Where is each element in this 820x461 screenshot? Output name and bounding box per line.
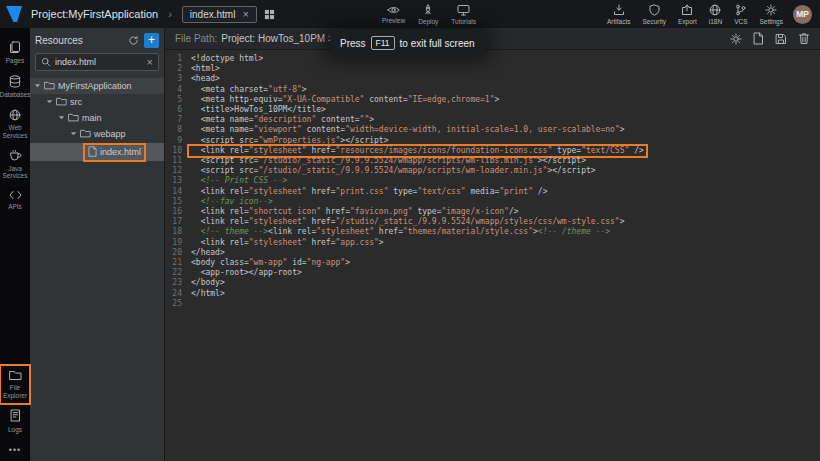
- code-line[interactable]: 14 <link rel="stylesheet" href="print.cs…: [165, 187, 820, 197]
- line-number: 5: [165, 95, 189, 105]
- code-line[interactable]: 23</body>: [165, 278, 820, 288]
- tree-item-index-html[interactable]: index.html: [30, 143, 164, 161]
- folder-icon: [9, 370, 22, 382]
- line-content[interactable]: <link rel="stylesheet" href="app.css">: [189, 238, 386, 248]
- tree-item-main-folder[interactable]: main: [30, 110, 164, 126]
- wavemaker-logo-icon[interactable]: [5, 4, 23, 24]
- code-line[interactable]: 10 <link rel="stylesheet" href="resource…: [165, 146, 820, 156]
- line-content[interactable]: </head>: [189, 248, 227, 258]
- line-content[interactable]: <body class="wm-app" id="ng-app">: [189, 258, 352, 268]
- sidebar-item-logs[interactable]: Logs: [0, 404, 30, 438]
- code-line[interactable]: 3<head>: [165, 74, 820, 84]
- sidebar-item-pages[interactable]: Pages: [0, 36, 30, 70]
- code-line[interactable]: 21<body class="wm-app" id="ng-app">: [165, 258, 820, 268]
- line-content[interactable]: <head>: [189, 74, 222, 84]
- chevron-down-icon[interactable]: [46, 97, 53, 107]
- line-content[interactable]: <link rel="shortcut icon" href="favicon.…: [189, 207, 521, 217]
- tree-item-project-folder[interactable]: MyFirstApplication: [30, 78, 164, 94]
- more-options-icon[interactable]: •••: [9, 438, 21, 457]
- line-content[interactable]: <!-- Print CSS -->: [189, 176, 289, 186]
- tree-item-label: index.html: [100, 147, 141, 157]
- rocket-icon: [422, 4, 434, 17]
- line-content[interactable]: </body>: [189, 278, 227, 288]
- code-line[interactable]: 16 <link rel="shortcut icon" href="favic…: [165, 207, 820, 217]
- line-content[interactable]: <!doctype html>: [189, 54, 265, 64]
- sidebar-item-web-services[interactable]: Web Services: [0, 104, 30, 144]
- line-content[interactable]: <!-- theme --><link rel="stylesheet" hre…: [189, 227, 612, 237]
- chevron-down-icon[interactable]: [70, 129, 77, 139]
- line-content[interactable]: <link rel="stylesheet" href="print.css" …: [189, 187, 549, 197]
- tree-item-src-folder[interactable]: src: [30, 94, 164, 110]
- code-line[interactable]: 4 <meta charset="utf-8">: [165, 85, 820, 95]
- chevron-down-icon[interactable]: [58, 113, 65, 123]
- code-line[interactable]: 2<html>: [165, 64, 820, 74]
- code-line[interactable]: 1<!doctype html>: [165, 54, 820, 64]
- code-line[interactable]: 19 <link rel="stylesheet" href="app.css"…: [165, 238, 820, 248]
- line-content[interactable]: </html>: [189, 289, 227, 299]
- line-content[interactable]: <meta charset="utf-8">: [189, 85, 309, 95]
- code-line[interactable]: 7 <meta name="description" content="">: [165, 115, 820, 125]
- globe-icon: [9, 109, 21, 122]
- file-tab[interactable]: index.html ×: [182, 6, 257, 23]
- code-line[interactable]: 18 <!-- theme --><link rel="stylesheet" …: [165, 227, 820, 237]
- vcs-button[interactable]: VCS: [732, 4, 749, 25]
- code-line[interactable]: 22 <app-root></app-root>: [165, 268, 820, 278]
- code-line[interactable]: 20</head>: [165, 248, 820, 258]
- sidebar-label: Databases: [0, 91, 31, 98]
- chevron-down-icon[interactable]: [34, 81, 41, 91]
- code-line[interactable]: 5 <meta http-equiv="X-UA-Compatible" con…: [165, 95, 820, 105]
- code-line[interactable]: 13 <!-- Print CSS -->: [165, 176, 820, 186]
- line-content[interactable]: <title>HowTos_10PM</title>: [189, 105, 328, 115]
- resource-search-input[interactable]: [55, 57, 143, 67]
- code-line[interactable]: 9 <script src="wmProperties.js"></script…: [165, 136, 820, 146]
- sidebar-item-java-services[interactable]: Java Services: [0, 144, 30, 184]
- editor-toolbar: File Path: Project: HowTos_10PM > src/ma…: [165, 28, 820, 50]
- code-line[interactable]: 15 <!--fav icon-->: [165, 197, 820, 207]
- line-content[interactable]: [189, 299, 193, 309]
- line-content[interactable]: <app-root></app-root>: [189, 268, 304, 278]
- code-editor[interactable]: 1<!doctype html>2<html>3<head>4 <meta ch…: [165, 50, 820, 461]
- artifacts-button[interactable]: Artifacts: [605, 4, 632, 25]
- line-content[interactable]: <link rel="stylesheet" href="resources/i…: [189, 146, 646, 156]
- line-content[interactable]: <meta name="viewport" content="width=dev…: [189, 125, 627, 135]
- grid-icon[interactable]: [264, 9, 275, 20]
- line-number: 18: [165, 227, 189, 237]
- code-line[interactable]: 17 <link rel="stylesheet" href="/studio/…: [165, 217, 820, 227]
- sidebar-item-databases[interactable]: Databases: [0, 70, 30, 104]
- file-document-icon[interactable]: [753, 32, 764, 45]
- line-content[interactable]: <!--fav icon-->: [189, 197, 275, 207]
- trash-icon[interactable]: [798, 32, 810, 45]
- code-line[interactable]: 11 <script src="/studio/_static_/9.9.9.5…: [165, 156, 820, 166]
- preview-button[interactable]: Preview: [380, 0, 407, 28]
- sidebar-item-apis[interactable]: APIs: [0, 185, 30, 216]
- code-line[interactable]: 24</html>: [165, 289, 820, 299]
- line-content[interactable]: <script src="/studio/_static_/9.9.9.5524…: [189, 166, 598, 176]
- code-line[interactable]: 25: [165, 299, 820, 309]
- line-content[interactable]: <html>: [189, 64, 222, 74]
- clear-search-icon[interactable]: ×: [147, 57, 153, 68]
- close-icon[interactable]: ×: [242, 9, 248, 20]
- code-line[interactable]: 6 <title>HowTos_10PM</title>: [165, 105, 820, 115]
- project-name[interactable]: Project:MyFirstApplication: [31, 8, 158, 20]
- code-line[interactable]: 8 <meta name="viewport" content="width=d…: [165, 125, 820, 135]
- security-button[interactable]: Security: [640, 4, 667, 25]
- line-content[interactable]: <meta http-equiv="X-UA-Compatible" conte…: [189, 95, 501, 105]
- code-line[interactable]: 12 <script src="/studio/_static_/9.9.9.5…: [165, 166, 820, 176]
- save-icon[interactable]: [775, 33, 787, 45]
- sidebar-item-file-explorer[interactable]: File Explorer: [0, 365, 30, 404]
- add-resource-button[interactable]: +: [144, 33, 159, 48]
- tree-item-webapp-folder[interactable]: webapp: [30, 126, 164, 142]
- line-content[interactable]: <script src="/studio/_static_/9.9.9.5524…: [189, 156, 588, 166]
- line-content[interactable]: <script src="wmProperties.js"></script>: [189, 136, 391, 146]
- i18n-button[interactable]: i18N: [707, 4, 724, 25]
- editor-settings-gear-icon[interactable]: [730, 33, 742, 45]
- line-number: 7: [165, 115, 189, 125]
- tutorials-button[interactable]: Tutorials: [449, 0, 478, 28]
- line-content[interactable]: <meta name="description" content="">: [189, 115, 376, 125]
- refresh-icon[interactable]: [128, 35, 139, 46]
- user-avatar[interactable]: MP: [793, 5, 812, 24]
- export-button[interactable]: Export: [676, 4, 699, 25]
- deploy-button[interactable]: Deploy: [416, 0, 440, 28]
- line-content[interactable]: <link rel="stylesheet" href="/studio/_st…: [189, 217, 627, 227]
- settings-button[interactable]: Settings: [758, 4, 786, 25]
